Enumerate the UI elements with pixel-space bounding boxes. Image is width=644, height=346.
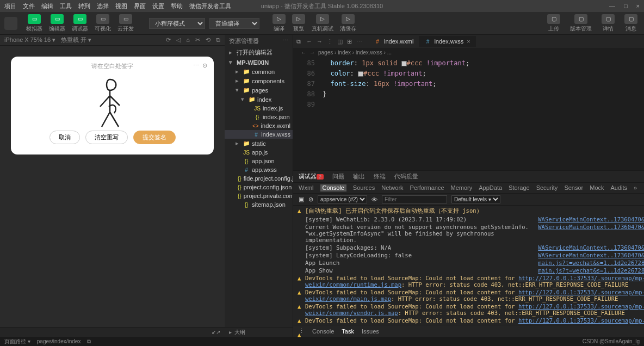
signature-canvas[interactable] (16, 73, 208, 131)
file-fide.project.config.json[interactable]: {}fide.project.config.json (225, 174, 293, 183)
dt-tab-Security[interactable]: Security (536, 184, 558, 191)
log-source-link[interactable]: WAServiceMainContext..17360470&v=2.33.0:… (538, 224, 644, 243)
menu-项目[interactable]: 项目 (4, 2, 16, 10)
editor-tool-icon[interactable]: ⊞ (345, 38, 354, 45)
page-path-label[interactable]: 页面路径 ▾ (4, 338, 30, 345)
bc-fwd-icon[interactable]: → (309, 50, 315, 55)
nav-back-icon[interactable]: ← (304, 38, 314, 45)
detach-icon[interactable]: ⧉ (216, 36, 220, 44)
log-source-link[interactable]: WAServiceMainContext..17360470&v=2.33.0:… (538, 216, 644, 223)
copy-icon[interactable]: ⧉ (87, 338, 91, 345)
breadcrumb[interactable]: ← → pages › index › index.wxss › ... (293, 48, 644, 57)
menu-编辑[interactable]: 编辑 (41, 2, 53, 10)
menu-帮助[interactable]: 帮助 (171, 2, 183, 10)
dt-tab-代码质量[interactable]: 代码质量 (394, 172, 418, 181)
panel-toggle-可视化[interactable]: ▭可视化 (92, 14, 113, 33)
dt-tab-Console[interactable]: Console (320, 184, 346, 191)
menu-设置[interactable]: 设置 (152, 2, 164, 10)
menu-视图[interactable]: 视图 (115, 2, 127, 10)
dt-tab-Mock[interactable]: Mock (590, 184, 604, 191)
file-index.js[interactable]: JSindex.js (225, 104, 293, 113)
cut-icon[interactable]: ✂ (195, 36, 200, 44)
log-source-link[interactable]: main.js?t=wechat&s=1..1d2e267281433ff5:9… (538, 260, 644, 266)
file-pages[interactable]: ▾📁pages (225, 85, 293, 95)
file-common[interactable]: ▸📁common (225, 67, 293, 76)
dt-tab-输出[interactable]: 输出 (353, 172, 365, 181)
editor-tool-icon[interactable]: ⋯ (354, 38, 364, 45)
panel-toggle-模拟器[interactable]: ▭模拟器 (24, 14, 45, 33)
bc-back-icon[interactable]: ← (301, 50, 306, 55)
file-app.json[interactable]: {}app.json (225, 157, 293, 165)
dt-tab-Audits[interactable]: Audits (611, 184, 628, 191)
dt-tab-Performance[interactable]: Performance (410, 184, 444, 191)
home-icon[interactable]: ⌂ (186, 36, 190, 44)
menu-转到[interactable]: 转到 (78, 2, 90, 10)
editor-tool-icon[interactable]: ◫ (335, 38, 345, 45)
file-static[interactable]: ▸📁static (225, 139, 293, 148)
dt-tab-AppData[interactable]: AppData (479, 184, 502, 191)
compile-button[interactable]: ▷编译 (270, 14, 288, 33)
menu-选择[interactable]: 选择 (97, 2, 109, 10)
dt-tab-Network[interactable]: Network (381, 184, 403, 191)
context-select[interactable]: appservice (#2) (318, 195, 367, 203)
file-index.wxml[interactable]: <>index.wxml (225, 121, 293, 130)
tab-index.wxss[interactable]: #index.wxss× (419, 36, 475, 47)
file-index[interactable]: ▾📁index (225, 95, 293, 104)
file-sitemap.json[interactable]: {}sitemap.json (225, 200, 293, 209)
log-source-link[interactable]: main.js?t=wechat&s=1..1d2e267281433ff5:9… (538, 267, 644, 274)
log-source-link[interactable]: WAServiceMainContext..17360470&v=2.33.0:… (538, 252, 644, 258)
simulator-viewport[interactable]: 请在空白处签字 ⋯ ⊙ 取消 清空重写 提交签名 (11, 57, 214, 155)
file-app.wxss[interactable]: #app.wxss (225, 165, 293, 174)
dt-tab-问题[interactable]: 问题 (332, 172, 344, 181)
close-button[interactable]: × (636, 3, 640, 9)
inspect-icon[interactable]: ▣ (299, 196, 304, 203)
clear-button[interactable]: 清空重写 (85, 131, 128, 144)
bottom-tab-Console[interactable]: Console (312, 328, 334, 335)
panel-toggle-调试器[interactable]: ▭调试器 (70, 14, 90, 33)
detail-button[interactable]: ▢详情 (599, 14, 617, 33)
minimize-button[interactable]: — (609, 3, 615, 9)
file-project.private.config.js[interactable]: {}project.private.config.js (225, 191, 293, 200)
editor-toolbar-icon[interactable]: ⧉ (293, 38, 304, 45)
console-output[interactable]: [自动热重载] 已开启代码文件保存后自动热重载（不支持 json）[system… (293, 206, 644, 325)
cancel-button[interactable]: 取消 (49, 131, 80, 144)
nav-fwd-icon[interactable]: → (314, 38, 325, 45)
bottom-tab-Task[interactable]: Task (342, 328, 354, 335)
preview-button[interactable]: ▷预览 (290, 14, 307, 33)
menu-工具[interactable]: 工具 (60, 2, 72, 10)
device-select[interactable]: iPhone X 75% 16 ▾ (4, 36, 55, 44)
dt-tab-Sources[interactable]: Sources (353, 184, 375, 191)
compile-mode-select[interactable]: 小程序模式 (149, 18, 205, 29)
file-app.js[interactable]: JSapp.js (225, 148, 293, 157)
bottom-tab-Issues[interactable]: Issues (362, 328, 379, 335)
sim-resize-icon[interactable]: ↙↗ (212, 329, 220, 335)
menu-界面[interactable]: 界面 (134, 2, 146, 10)
more-icon[interactable]: ⋯ (193, 62, 199, 69)
eye-icon[interactable]: 👁 (371, 196, 377, 203)
outline-section[interactable]: 大纲 (234, 329, 245, 336)
remote-debug-button[interactable]: ▷真机调试 (309, 14, 336, 33)
hot-reload-toggle[interactable]: 热重载 开 ▾ (61, 36, 91, 44)
clear-cache-button[interactable]: ▷清缓存 (338, 14, 358, 33)
log-source-link[interactable]: WAServiceMainContext..17360470&v=2.33.0:… (538, 244, 644, 251)
refresh-icon[interactable]: ⟳ (166, 36, 171, 44)
file-components[interactable]: ▸📁components (225, 76, 293, 85)
upload-button[interactable]: ▢上传 (545, 14, 562, 33)
close-icon[interactable]: ⊙ (202, 62, 207, 69)
dt-tab-Storage[interactable]: Storage (509, 184, 530, 191)
menu-文件[interactable]: 文件 (23, 2, 35, 10)
file-project.config.json[interactable]: {}project.config.json (225, 183, 293, 191)
filter-input[interactable] (382, 195, 447, 203)
submit-button[interactable]: 提交签名 (133, 131, 176, 144)
panel-toggle-编辑器[interactable]: ▭编辑器 (47, 14, 67, 33)
file-index.json[interactable]: {}index.json (225, 113, 293, 121)
explorer-more-icon[interactable]: ⋯ (282, 37, 288, 45)
version-button[interactable]: ▢版本管理 (568, 14, 594, 33)
menu-微信开发者工具[interactable]: 微信开发者工具 (189, 2, 231, 10)
editor-tool-icon[interactable]: ⋮ (325, 38, 335, 45)
dt-tab-调试器[interactable]: 调试器2 (299, 172, 324, 181)
tab-index.wxml[interactable]: #index.wxml (369, 36, 419, 47)
open-editors-section[interactable]: ▸打开的编辑器 (225, 47, 293, 58)
msg-button[interactable]: ▢消息 (622, 14, 640, 33)
back-icon[interactable]: ◁ (176, 36, 181, 44)
